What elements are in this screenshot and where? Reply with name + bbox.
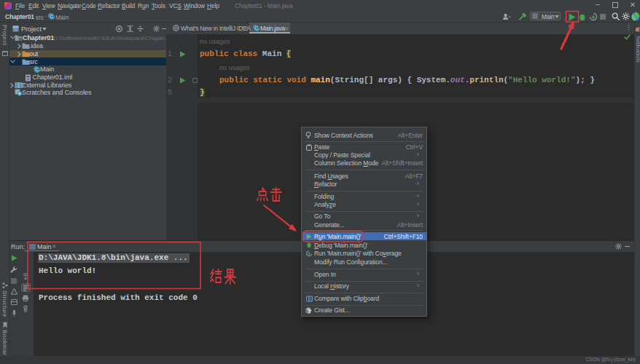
svg-text:C: C bbox=[50, 14, 53, 19]
svg-text:C: C bbox=[254, 25, 258, 31]
svg-text:C: C bbox=[35, 66, 39, 71]
